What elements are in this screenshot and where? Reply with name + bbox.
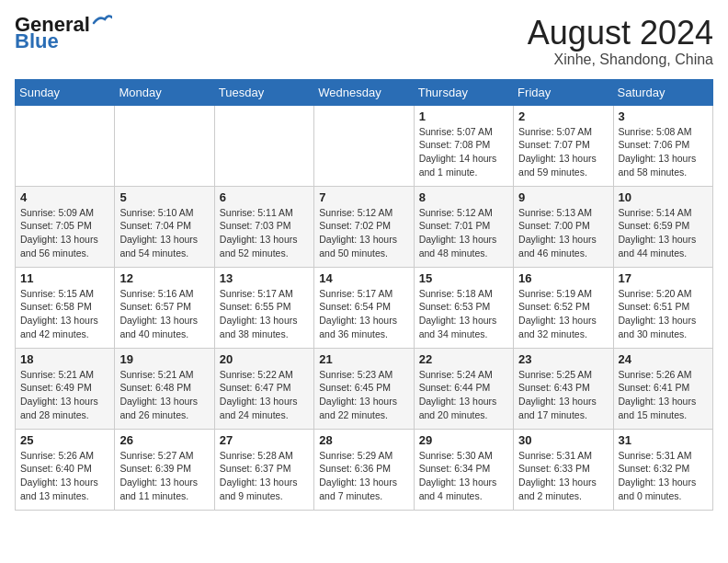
day-info: Sunrise: 5:23 AM Sunset: 6:45 PM Dayligh… xyxy=(319,368,408,422)
day-number: 9 xyxy=(518,190,608,204)
day-number: 16 xyxy=(518,271,608,285)
calendar-cell: 19Sunrise: 5:21 AM Sunset: 6:48 PM Dayli… xyxy=(115,348,214,429)
day-number: 5 xyxy=(119,190,209,204)
calendar-cell: 18Sunrise: 5:21 AM Sunset: 6:49 PM Dayli… xyxy=(16,348,115,429)
day-number: 15 xyxy=(419,271,508,285)
day-info: Sunrise: 5:18 AM Sunset: 6:53 PM Dayligh… xyxy=(419,287,508,341)
day-info: Sunrise: 5:21 AM Sunset: 6:49 PM Dayligh… xyxy=(20,368,109,422)
day-number: 13 xyxy=(220,271,309,285)
day-info: Sunrise: 5:07 AM Sunset: 7:08 PM Dayligh… xyxy=(419,125,508,179)
day-info: Sunrise: 5:20 AM Sunset: 6:51 PM Dayligh… xyxy=(619,287,708,341)
day-number: 18 xyxy=(20,352,109,366)
day-info: Sunrise: 5:31 AM Sunset: 6:32 PM Dayligh… xyxy=(619,449,708,503)
calendar-cell: 11Sunrise: 5:15 AM Sunset: 6:58 PM Dayli… xyxy=(16,267,115,348)
week-row-2: 4Sunrise: 5:09 AM Sunset: 7:05 PM Daylig… xyxy=(16,186,713,267)
day-info: Sunrise: 5:11 AM Sunset: 7:03 PM Dayligh… xyxy=(220,206,309,260)
weekday-wednesday: Wednesday xyxy=(314,79,414,105)
day-number: 6 xyxy=(220,190,309,204)
day-number: 26 xyxy=(119,433,209,447)
calendar-cell: 26Sunrise: 5:27 AM Sunset: 6:39 PM Dayli… xyxy=(115,429,214,510)
calendar-cell: 2Sunrise: 5:07 AM Sunset: 7:07 PM Daylig… xyxy=(514,105,613,186)
calendar-cell: 22Sunrise: 5:24 AM Sunset: 6:44 PM Dayli… xyxy=(414,348,513,429)
calendar-cell: 30Sunrise: 5:31 AM Sunset: 6:33 PM Dayli… xyxy=(514,429,613,510)
month-year: August 2024 xyxy=(528,15,713,52)
day-info: Sunrise: 5:14 AM Sunset: 6:59 PM Dayligh… xyxy=(619,206,708,260)
day-info: Sunrise: 5:26 AM Sunset: 6:40 PM Dayligh… xyxy=(20,449,109,503)
day-number: 22 xyxy=(419,352,508,366)
calendar-cell: 25Sunrise: 5:26 AM Sunset: 6:40 PM Dayli… xyxy=(16,429,115,510)
day-number: 20 xyxy=(220,352,309,366)
calendar-cell: 4Sunrise: 5:09 AM Sunset: 7:05 PM Daylig… xyxy=(16,186,115,267)
day-info: Sunrise: 5:21 AM Sunset: 6:48 PM Dayligh… xyxy=(119,368,209,422)
calendar-cell: 27Sunrise: 5:28 AM Sunset: 6:37 PM Dayli… xyxy=(214,429,313,510)
calendar-cell: 7Sunrise: 5:12 AM Sunset: 7:02 PM Daylig… xyxy=(314,186,414,267)
day-info: Sunrise: 5:17 AM Sunset: 6:54 PM Dayligh… xyxy=(319,287,408,341)
day-info: Sunrise: 5:19 AM Sunset: 6:52 PM Dayligh… xyxy=(518,287,608,341)
day-info: Sunrise: 5:17 AM Sunset: 6:55 PM Dayligh… xyxy=(220,287,309,341)
day-info: Sunrise: 5:12 AM Sunset: 7:02 PM Dayligh… xyxy=(319,206,408,260)
day-info: Sunrise: 5:12 AM Sunset: 7:01 PM Dayligh… xyxy=(419,206,508,260)
calendar-cell: 21Sunrise: 5:23 AM Sunset: 6:45 PM Dayli… xyxy=(314,348,414,429)
day-number: 14 xyxy=(319,271,408,285)
calendar-cell: 9Sunrise: 5:13 AM Sunset: 7:00 PM Daylig… xyxy=(514,186,613,267)
logo: General Blue xyxy=(15,15,112,52)
day-info: Sunrise: 5:30 AM Sunset: 6:34 PM Dayligh… xyxy=(419,449,508,503)
day-number: 19 xyxy=(119,352,209,366)
calendar-cell: 17Sunrise: 5:20 AM Sunset: 6:51 PM Dayli… xyxy=(613,267,712,348)
week-row-4: 18Sunrise: 5:21 AM Sunset: 6:49 PM Dayli… xyxy=(16,348,713,429)
day-info: Sunrise: 5:29 AM Sunset: 6:36 PM Dayligh… xyxy=(319,449,408,503)
weekday-friday: Friday xyxy=(514,79,613,105)
header: General Blue August 2024 Xinhe, Shandong… xyxy=(15,15,713,68)
day-info: Sunrise: 5:16 AM Sunset: 6:57 PM Dayligh… xyxy=(119,287,209,341)
location: Xinhe, Shandong, China xyxy=(528,52,713,68)
day-number: 23 xyxy=(518,352,608,366)
calendar: SundayMondayTuesdayWednesdayThursdayFrid… xyxy=(15,79,713,511)
calendar-cell xyxy=(115,105,214,186)
day-info: Sunrise: 5:09 AM Sunset: 7:05 PM Dayligh… xyxy=(20,206,109,260)
day-info: Sunrise: 5:31 AM Sunset: 6:33 PM Dayligh… xyxy=(518,449,608,503)
weekday-header-row: SundayMondayTuesdayWednesdayThursdayFrid… xyxy=(16,79,713,105)
calendar-cell xyxy=(214,105,313,186)
week-row-5: 25Sunrise: 5:26 AM Sunset: 6:40 PM Dayli… xyxy=(16,429,713,510)
day-number: 28 xyxy=(319,433,408,447)
calendar-cell: 23Sunrise: 5:25 AM Sunset: 6:43 PM Dayli… xyxy=(514,348,613,429)
calendar-cell: 10Sunrise: 5:14 AM Sunset: 6:59 PM Dayli… xyxy=(613,186,712,267)
day-number: 10 xyxy=(619,190,708,204)
day-number: 27 xyxy=(220,433,309,447)
calendar-cell: 15Sunrise: 5:18 AM Sunset: 6:53 PM Dayli… xyxy=(414,267,513,348)
day-number: 29 xyxy=(419,433,508,447)
day-number: 31 xyxy=(619,433,708,447)
day-number: 17 xyxy=(619,271,708,285)
calendar-cell: 16Sunrise: 5:19 AM Sunset: 6:52 PM Dayli… xyxy=(514,267,613,348)
calendar-cell: 28Sunrise: 5:29 AM Sunset: 6:36 PM Dayli… xyxy=(314,429,414,510)
day-number: 8 xyxy=(419,190,508,204)
day-number: 24 xyxy=(619,352,708,366)
day-info: Sunrise: 5:28 AM Sunset: 6:37 PM Dayligh… xyxy=(220,449,309,503)
calendar-cell: 31Sunrise: 5:31 AM Sunset: 6:32 PM Dayli… xyxy=(613,429,712,510)
calendar-cell: 14Sunrise: 5:17 AM Sunset: 6:54 PM Dayli… xyxy=(314,267,414,348)
title-area: August 2024 Xinhe, Shandong, China xyxy=(528,15,713,68)
day-info: Sunrise: 5:27 AM Sunset: 6:39 PM Dayligh… xyxy=(119,449,209,503)
day-number: 11 xyxy=(20,271,109,285)
week-row-3: 11Sunrise: 5:15 AM Sunset: 6:58 PM Dayli… xyxy=(16,267,713,348)
day-number: 12 xyxy=(119,271,209,285)
day-info: Sunrise: 5:25 AM Sunset: 6:43 PM Dayligh… xyxy=(518,368,608,422)
day-number: 7 xyxy=(319,190,408,204)
calendar-cell: 5Sunrise: 5:10 AM Sunset: 7:04 PM Daylig… xyxy=(115,186,214,267)
day-number: 25 xyxy=(20,433,109,447)
day-info: Sunrise: 5:13 AM Sunset: 7:00 PM Dayligh… xyxy=(518,206,608,260)
calendar-cell: 12Sunrise: 5:16 AM Sunset: 6:57 PM Dayli… xyxy=(115,267,214,348)
calendar-cell xyxy=(16,105,115,186)
day-info: Sunrise: 5:15 AM Sunset: 6:58 PM Dayligh… xyxy=(20,287,109,341)
weekday-monday: Monday xyxy=(115,79,214,105)
day-number: 3 xyxy=(619,109,708,123)
weekday-saturday: Saturday xyxy=(613,79,712,105)
day-number: 2 xyxy=(518,109,608,123)
logo-blue-text: Blue xyxy=(15,31,59,52)
calendar-cell: 1Sunrise: 5:07 AM Sunset: 7:08 PM Daylig… xyxy=(414,105,513,186)
calendar-cell: 13Sunrise: 5:17 AM Sunset: 6:55 PM Dayli… xyxy=(214,267,313,348)
calendar-cell: 20Sunrise: 5:22 AM Sunset: 6:47 PM Dayli… xyxy=(214,348,313,429)
day-info: Sunrise: 5:24 AM Sunset: 6:44 PM Dayligh… xyxy=(419,368,508,422)
day-number: 1 xyxy=(419,109,508,123)
day-info: Sunrise: 5:08 AM Sunset: 7:06 PM Dayligh… xyxy=(619,125,708,179)
